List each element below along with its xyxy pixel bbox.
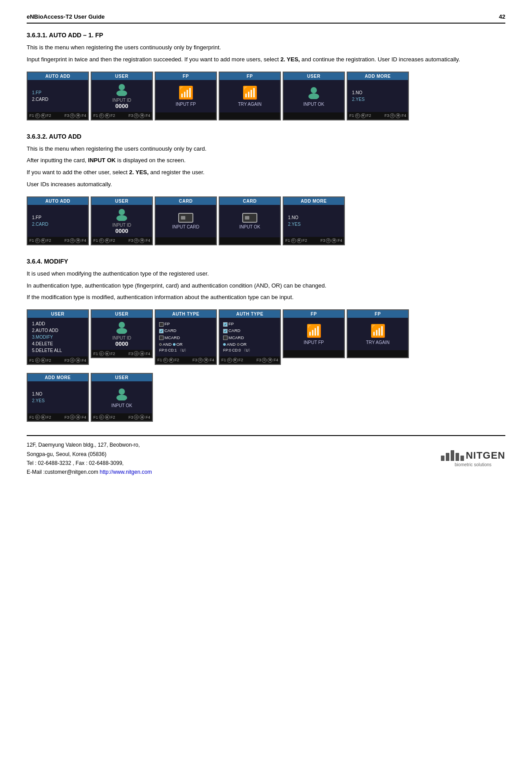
btn-circle[interactable]: ⊙ [134,238,139,243]
f3-label: F3 [64,358,69,363]
btn-circle[interactable]: ⊙ [70,415,75,420]
svg-point-2 [311,87,317,93]
btn-circle[interactable]: ⊕ [169,358,174,363]
footer-spacer [221,239,223,243]
btn-circle[interactable]: ⊕ [41,358,46,363]
btn-circle[interactable]: ⊙ [70,238,75,243]
f4-label: F4 [145,238,150,243]
btn-circle[interactable]: ⊕ [396,113,400,118]
screen-footer [284,350,344,357]
btn-circle[interactable]: ⊕ [41,415,46,420]
try-again-label: TRY AGAIN [238,102,262,107]
btn-circle[interactable]: ⊕ [204,358,208,363]
input-ok-label: INPUT OK [239,224,260,229]
f2-label: F2 [47,358,52,363]
f4-label: F4 [145,113,150,118]
btn-circle[interactable]: ⊕ [297,238,302,243]
screen-header: USER [92,197,152,205]
btn-circle[interactable]: ⊕ [41,113,46,118]
btn-circle[interactable]: ⊙ [134,351,139,356]
btn-circle[interactable]: ⊕ [76,415,80,420]
screen-auth-type-1: AUTH TYPE FP CARD MCARD AND OR FP:0 CD:1… [155,309,217,364]
section-heading-3: 3.6.4. MODIFY [27,258,505,265]
btn-circle[interactable]: ⊕ [76,238,80,243]
btn-circle[interactable]: ⊙ [35,358,40,363]
btn-circle[interactable]: ⊙ [99,113,104,118]
input-id-value: 0000 [116,340,128,347]
btn-circle[interactable]: ⊕ [105,113,110,118]
f1-label: F1 [29,358,34,363]
screen-fp-try-again-2: FP 📶 TRY AGAIN [347,309,409,358]
btn-circle[interactable]: ⊕ [140,113,144,118]
btn-circle[interactable]: ⊙ [390,113,395,118]
screen-footer [284,112,344,120]
f4-label: F4 [145,415,150,420]
btn-circle[interactable]: ⊙ [227,358,232,363]
screen-header: USER [92,310,152,318]
btn-circle[interactable]: ⊙ [291,238,296,243]
input-ok-label: INPUT OK [111,403,132,408]
btn-circle[interactable]: ⊙ [163,358,168,363]
screen-header: FP [284,310,344,318]
btn-circle[interactable]: ⊙ [70,113,75,118]
btn-circle[interactable]: ⊙ [35,238,40,243]
menu-item-fp: 1.FP [29,89,86,96]
section1-para1: This is the menu when registering the us… [27,43,505,52]
btn-circle[interactable]: ⊙ [262,358,267,363]
menu-item-yes: 2.YES [349,96,406,103]
fingerprint-icon: 📶 [242,85,258,100]
screen-card-input: CARD INPUT CARD [155,196,217,245]
svg-point-8 [119,388,125,395]
screen-body: 📶 INPUT FP [284,318,344,350]
screen-body: 📶 TRY AGAIN [220,80,280,112]
btn-circle[interactable]: ⊕ [41,238,46,243]
btn-circle[interactable]: ⊕ [140,415,144,420]
svg-point-6 [119,322,125,328]
screen-footer [220,237,280,244]
btn-circle[interactable]: ⊕ [76,113,80,118]
f3-label: F3 [128,113,133,118]
btn-circle[interactable]: ⊙ [35,113,40,118]
screen-header: USER [92,72,152,80]
btn-circle[interactable]: ⊕ [105,351,110,356]
btn-circle[interactable]: ⊙ [326,238,331,243]
btn-circle[interactable]: ⊙ [99,415,104,420]
section2-para3: If you want to add the other user, selec… [27,168,505,177]
btn-circle[interactable]: ⊕ [233,358,238,363]
website-link[interactable]: http://www.nitgen.com [100,469,152,475]
btn-circle[interactable]: ⊕ [332,238,336,243]
btn-circle[interactable]: ⊕ [140,238,144,243]
screen-add-more-1: ADD MORE 1.NO 2.YES F1 ⊙⊕ F2 F3 ⊙⊕ F4 [347,72,409,120]
section1-para2: Input fingerprint in twice and then the … [27,55,505,64]
btn-circle[interactable]: ⊙ [134,113,139,118]
footer-spacer [157,114,159,118]
try-again-label: TRY AGAIN [366,340,390,345]
screen-body: INPUT OK [284,80,344,112]
f4-label: F4 [81,238,86,243]
btn-circle[interactable]: ⊙ [198,358,203,363]
bar5 [460,456,464,461]
page-number: 42 [499,13,505,20]
btn-circle[interactable]: ⊙ [99,351,104,356]
f2-label: F2 [111,113,116,118]
screen-body: INPUT ID 0000 [92,80,152,112]
btn-circle[interactable]: ⊙ [35,415,40,420]
f3-label: F3 [128,415,133,420]
btn-circle[interactable]: ⊕ [361,113,366,118]
btn-circle[interactable]: ⊙ [134,415,139,420]
f2-label: F2 [47,113,52,118]
btn-circle[interactable]: ⊕ [268,358,272,363]
screen-add-more-3: ADD MORE 1.NO 2.YES F1 ⊙⊕ F2 F3 ⊙⊕ F4 [27,373,89,422]
btn-circle[interactable]: ⊕ [76,358,80,363]
screen-add-more-2: ADD MORE 1.NO 2.YES F1 ⊙⊕ F2 F3 ⊙⊕ F4 [283,196,345,245]
btn-circle[interactable]: ⊕ [105,415,110,420]
bar1 [441,456,444,461]
btn-circle[interactable]: ⊙ [355,113,360,118]
btn-circle[interactable]: ⊙ [70,358,75,363]
section2-para4: User IDs increases automatically. [27,180,505,189]
btn-circle[interactable]: ⊕ [140,351,144,356]
btn-circle[interactable]: ⊕ [105,238,110,243]
screen-fp-input-2: FP 📶 INPUT FP [283,309,345,358]
btn-circle[interactable]: ⊙ [99,238,104,243]
screen-header: USER [92,374,152,381]
